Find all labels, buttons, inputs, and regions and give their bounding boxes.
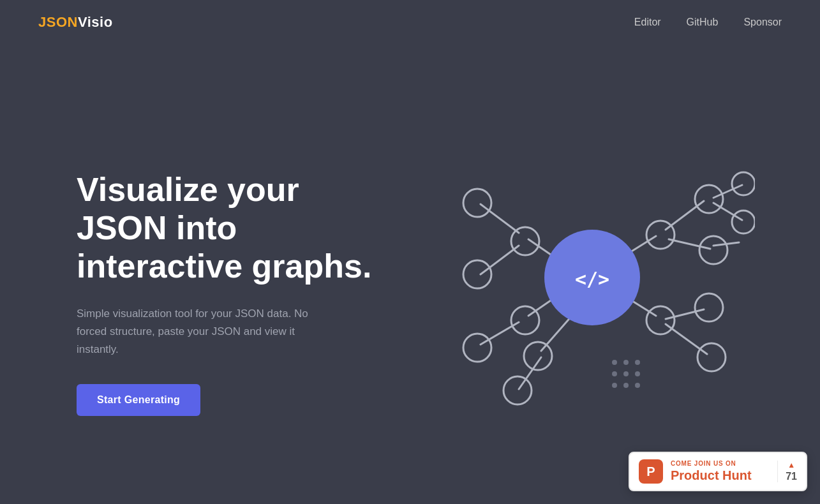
svg-line-3 (481, 204, 519, 233)
hero-graphic: </> (396, 147, 782, 415)
navbar: JSON Visio Editor GitHub Sponsor (0, 0, 820, 45)
hero-subtitle: Simple visualization tool for your JSON … (77, 305, 313, 359)
nav-editor-link[interactable]: Editor (634, 17, 661, 27)
logo[interactable]: JSON Visio (38, 14, 113, 31)
nav-sponsor-link[interactable]: Sponsor (743, 17, 782, 27)
nav-links: Editor GitHub Sponsor (634, 17, 782, 28)
svg-point-21 (463, 334, 491, 362)
product-hunt-come-join: COME JOIN US ON (671, 460, 770, 468)
svg-point-39 (623, 383, 629, 388)
svg-point-34 (635, 360, 640, 365)
svg-point-37 (635, 371, 640, 376)
product-hunt-badge[interactable]: P COME JOIN US ON Product Hunt ▲ 71 (629, 452, 807, 491)
svg-point-17 (511, 227, 539, 255)
logo-visio: Visio (78, 14, 113, 31)
svg-point-32 (612, 360, 617, 365)
product-hunt-logo: P (639, 459, 663, 484)
svg-point-22 (524, 342, 552, 370)
svg-point-35 (612, 371, 617, 376)
svg-point-25 (646, 306, 675, 334)
svg-point-38 (612, 383, 617, 388)
svg-point-28 (695, 293, 723, 322)
svg-point-19 (463, 189, 491, 217)
vote-count: 71 (786, 471, 797, 482)
graph-illustration: </> (423, 147, 755, 415)
product-hunt-text: COME JOIN US ON Product Hunt (671, 460, 770, 483)
svg-point-24 (646, 221, 675, 249)
product-hunt-name: Product Hunt (671, 468, 770, 483)
hero-title: Visualize your JSON into interactive gra… (77, 171, 396, 285)
svg-point-30 (732, 172, 755, 195)
svg-point-29 (697, 343, 726, 371)
nav-github-link[interactable]: GitHub (687, 17, 719, 27)
svg-point-36 (623, 371, 629, 376)
svg-point-31 (732, 211, 755, 233)
svg-point-33 (623, 360, 629, 365)
hero-section: Visualize your JSON into interactive gra… (0, 45, 820, 504)
upvote-arrow-icon: ▲ (787, 461, 795, 470)
hero-text: Visualize your JSON into interactive gra… (77, 171, 396, 416)
svg-point-26 (695, 185, 723, 213)
svg-point-27 (699, 236, 727, 264)
svg-point-20 (463, 260, 491, 288)
start-generating-button[interactable]: Start Generating (77, 384, 200, 416)
svg-point-40 (635, 383, 640, 388)
svg-point-23 (503, 376, 532, 404)
logo-json: JSON (38, 14, 78, 31)
svg-point-18 (511, 306, 539, 334)
product-hunt-votes: ▲ 71 (777, 461, 797, 482)
svg-text:</>: </> (574, 268, 609, 290)
